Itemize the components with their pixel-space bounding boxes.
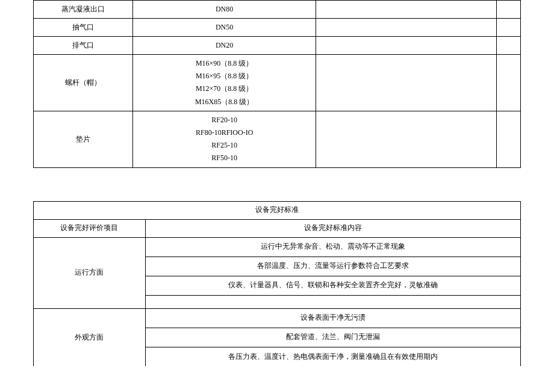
row-value-multi: RF20-10 RF80-10RFIOO-IO RF25-10 RF50-10 xyxy=(132,111,316,167)
row-label: 蒸汽凝液出口 xyxy=(34,1,133,19)
standard-item: 运行中无异常杂音、松动、震动等不正常现象 xyxy=(145,237,520,257)
spec-line: RF50-10 xyxy=(137,152,313,164)
spec-line: M12×70（8.8 级） xyxy=(137,82,313,95)
row-empty xyxy=(316,1,497,19)
spec-line: M16×95（8.8 级） xyxy=(137,70,313,82)
spec-line: RF25-10 xyxy=(137,139,313,152)
row-value: DN50 xyxy=(132,19,316,37)
standard-item: 设备表面干净无污渍 xyxy=(145,308,520,328)
standard-item-empty xyxy=(145,295,520,308)
standard-item: 各部温度、压力、流量等运行参数符合工艺要求 xyxy=(145,257,520,276)
section-label: 运行方面 xyxy=(34,237,146,308)
row-empty xyxy=(316,55,497,111)
section-label: 外观方面 xyxy=(34,308,146,366)
col-header: 设备完好评价项目 xyxy=(34,219,146,237)
standard-item: 各压力表、温度计、热电偶表面干净，测量准确且在有效使用期内 xyxy=(145,347,520,366)
row-empty xyxy=(497,37,521,55)
spec-line: M16X85（8.8 级） xyxy=(137,96,313,108)
row-empty xyxy=(497,111,521,167)
row-empty xyxy=(497,1,521,19)
row-value-multi: M16×90（8.8 级） M16×95（8.8 级） M12×70（8.8 级… xyxy=(132,55,316,111)
spec-line: RF80-10RFIOO-IO xyxy=(137,126,313,139)
col-header: 设备完好标准内容 xyxy=(145,219,520,237)
row-empty xyxy=(497,55,521,111)
spec-line: M16×90（8.8 级） xyxy=(137,57,313,70)
row-empty xyxy=(316,19,497,37)
row-label: 排气口 xyxy=(34,37,133,55)
row-value: DN20 xyxy=(132,37,316,55)
row-empty xyxy=(316,37,497,55)
row-empty xyxy=(497,19,521,37)
row-label: 螺杆（帽） xyxy=(34,55,133,111)
row-empty xyxy=(316,111,497,167)
row-value: DN80 xyxy=(132,1,316,19)
standard-item: 仪表、计量器具、信号、联锁和各种安全装置齐全完好，灵敏准确 xyxy=(145,276,520,295)
standard-item: 配套管道、法兰、阀门无泄漏 xyxy=(145,328,520,347)
table-title: 设备完好标准 xyxy=(34,201,521,219)
standard-table: 设备完好标准 设备完好评价项目 设备完好标准内容 运行方面 运行中无异常杂音、松… xyxy=(33,201,521,367)
row-label: 垫片 xyxy=(34,111,133,167)
row-label: 抽气口 xyxy=(34,19,133,37)
spec-table: 蒸汽凝液出口 DN80 抽气口 DN50 排气口 DN20 螺杆（帽） M16×… xyxy=(33,0,521,168)
spec-line: RF20-10 xyxy=(137,114,313,126)
